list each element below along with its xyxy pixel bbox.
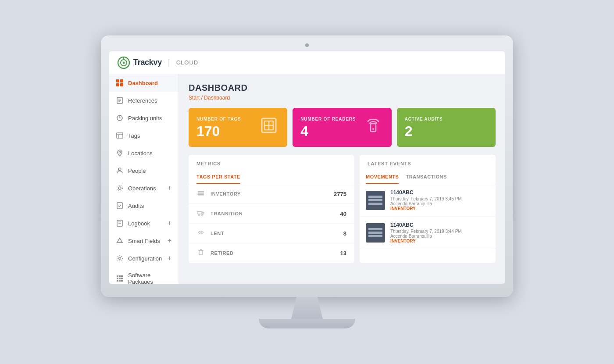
stat-info-readers: NUMBER OF READERS 4: [300, 117, 356, 138]
sidebar: Dashboard Reference: [109, 74, 179, 284]
svg-rect-31: [117, 280, 118, 282]
breadcrumb-current: Dashboard: [204, 95, 230, 101]
events-panel: LATEST EVENTS MOVEMENTS TRANSACTIONS: [360, 155, 496, 263]
stat-value-readers: 4: [300, 124, 356, 138]
event-status-0: INVENTORY: [390, 206, 462, 211]
readers-stat-icon: [363, 115, 384, 140]
event-info-1: 1140ABC Thursday, February 7, 2019 3:44 …: [390, 222, 462, 243]
dashboard-icon: [116, 79, 124, 87]
event-info-0: 1140ABC Thursday, February 7, 2019 3:45 …: [390, 189, 462, 211]
transition-icon: [196, 209, 205, 218]
event-location-0: Accendo Barranquilla: [390, 201, 462, 206]
stat-value-audits: 2: [405, 124, 443, 138]
sidebar-label-smart-fields: Smart Fields: [128, 238, 160, 244]
svg-rect-5: [120, 79, 123, 82]
smart-fields-plus-icon[interactable]: +: [168, 237, 171, 245]
configuration-icon: [116, 254, 124, 262]
stat-card-tags: NUMBER OF TAGS 170: [189, 108, 287, 147]
svg-rect-30: [121, 278, 123, 279]
svg-rect-25: [117, 275, 118, 277]
metric-row-retired: RETIRED 13: [189, 243, 354, 263]
svg-rect-41: [198, 193, 204, 194]
metric-label-inventory: INVENTORY: [211, 191, 328, 196]
screen: Trackvy | CLOUD: [109, 51, 505, 284]
stats-row: NUMBER OF TAGS 170: [189, 108, 496, 147]
sidebar-item-logbook[interactable]: Logbook +: [109, 214, 178, 232]
sidebar-label-configuration: Configuration: [128, 255, 162, 262]
smart-fields-icon: [116, 237, 124, 245]
monitor-stand-base: [259, 319, 355, 328]
svg-rect-27: [121, 275, 123, 277]
event-thumb-bar: [368, 196, 382, 198]
svg-rect-4: [116, 79, 119, 82]
event-row-0[interactable]: 1140ABC Thursday, February 7, 2019 3:45 …: [360, 184, 496, 217]
logo-cloud: CLOUD: [176, 59, 199, 66]
metrics-panel: METRICS TAGS PER STATE: [189, 155, 354, 263]
svg-point-18: [118, 187, 121, 189]
metric-row-inventory: INVENTORY 2775: [189, 184, 354, 204]
software-packages-icon: [116, 275, 124, 282]
svg-rect-38: [371, 124, 376, 132]
logo-separator: |: [168, 58, 170, 67]
trackvy-logo-icon: [118, 57, 130, 69]
logo-area: Trackvy | CLOUD: [118, 57, 198, 69]
logbook-plus-icon[interactable]: +: [168, 219, 171, 227]
event-thumbnail-0: [366, 191, 385, 210]
monitor-camera: [305, 43, 309, 47]
stat-info-tags: NUMBER OF TAGS 170: [196, 117, 241, 138]
event-row-1[interactable]: 1140ABC Thursday, February 7, 2019 3:44 …: [360, 217, 496, 249]
sidebar-label-locations: Locations: [128, 150, 153, 157]
sidebar-item-software-packages[interactable]: Software Packages: [109, 267, 178, 284]
tags-icon: [116, 132, 124, 139]
tab-movements[interactable]: MOVEMENTS: [366, 171, 399, 184]
operations-icon: [116, 184, 124, 192]
svg-point-45: [198, 214, 200, 216]
svg-rect-7: [120, 83, 123, 86]
metrics-panel-header: METRICS: [189, 155, 354, 166]
sidebar-item-packing-units[interactable]: Packing units: [109, 109, 178, 127]
sidebar-label-packing-units: Packing units: [128, 115, 162, 121]
breadcrumb-start: Start: [189, 95, 200, 101]
sidebar-label-references: References: [128, 97, 157, 104]
sidebar-item-audits[interactable]: Audits: [109, 197, 178, 214]
sidebar-label-software-packages: Software Packages: [128, 272, 171, 284]
svg-rect-42: [198, 194, 204, 196]
sidebar-label-logbook: Logbook: [128, 220, 150, 227]
metric-value-lent: 8: [343, 230, 346, 237]
configuration-plus-icon[interactable]: +: [168, 254, 171, 262]
svg-point-17: [118, 168, 121, 171]
svg-point-24: [119, 257, 121, 260]
sidebar-item-tags[interactable]: Tags: [109, 127, 178, 144]
stat-label-tags: NUMBER OF TAGS: [196, 117, 241, 121]
tab-transactions[interactable]: TRANSACTIONS: [406, 171, 446, 184]
stat-value-tags: 170: [196, 124, 241, 138]
svg-point-46: [201, 214, 203, 216]
metric-label-lent: LENT: [211, 231, 338, 236]
sidebar-item-operations[interactable]: Operations +: [109, 179, 178, 197]
event-tabs: MOVEMENTS TRANSACTIONS: [360, 171, 496, 184]
svg-point-39: [372, 128, 374, 130]
sidebar-item-smart-fields[interactable]: Smart Fields +: [109, 232, 178, 250]
sidebar-item-references[interactable]: References: [109, 92, 178, 109]
svg-rect-28: [117, 278, 118, 279]
sidebar-item-dashboard[interactable]: Dashboard: [109, 74, 178, 92]
operations-plus-icon[interactable]: +: [168, 184, 171, 192]
sidebar-label-operations: Operations: [128, 185, 156, 192]
tab-tags-per-state[interactable]: TAGS PER STATE: [196, 171, 240, 184]
event-thumbnail-1: [366, 223, 385, 243]
sidebar-item-locations[interactable]: Locations: [109, 144, 178, 162]
content-area: DASHBOARD Start / Dashboard NUMBER OF TA…: [179, 74, 505, 284]
stat-label-audits: ACTIVE AUDITS: [405, 117, 443, 121]
sidebar-item-people[interactable]: People: [109, 162, 178, 179]
svg-point-16: [119, 151, 121, 153]
breadcrumb: Start / Dashboard: [189, 95, 496, 101]
audits-icon: [116, 202, 124, 210]
topbar: Trackvy | CLOUD: [109, 51, 505, 74]
logo-text: Trackvy: [133, 58, 162, 67]
sidebar-item-configuration[interactable]: Configuration +: [109, 250, 178, 267]
events-panel-header: LATEST EVENTS: [360, 155, 496, 166]
stat-card-readers: NUMBER OF READERS 4: [293, 108, 391, 147]
metric-label-retired: RETIRED: [211, 250, 335, 256]
sidebar-label-tags: Tags: [128, 132, 140, 139]
svg-rect-32: [119, 280, 121, 282]
